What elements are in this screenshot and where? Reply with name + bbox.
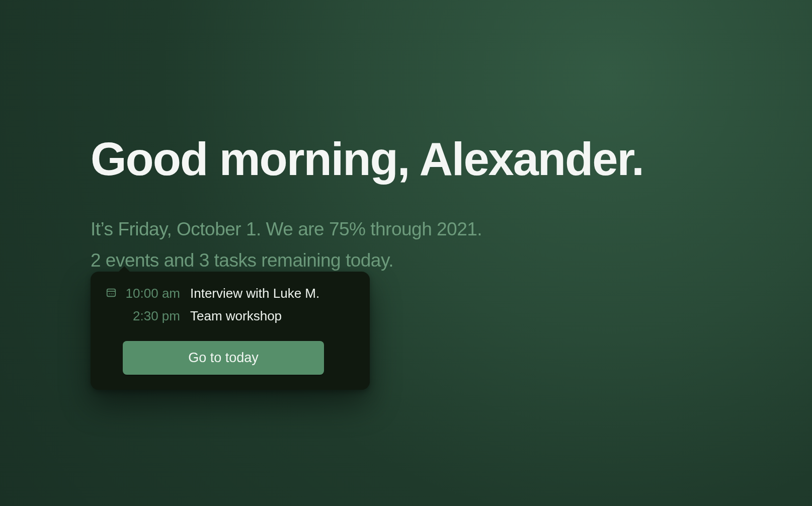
greeting-heading: Good morning, Alexander. (91, 135, 694, 184)
svg-point-4 (113, 293, 114, 294)
event-title: Team workshop (190, 308, 355, 324)
event-time: 2:30 pm (123, 308, 188, 324)
calendar-icon (106, 286, 121, 298)
event-time: 10:00 am (123, 286, 188, 301)
date-line: It’s Friday, October 1. We are 75% throu… (91, 214, 694, 245)
svg-point-3 (111, 293, 112, 294)
event-title: Interview with Luke M. (190, 286, 355, 301)
svg-rect-0 (107, 289, 116, 297)
events-popover: 10:00 am Interview with Luke M. 2:30 pm … (91, 272, 370, 390)
go-to-today-button[interactable]: Go to today (123, 341, 324, 375)
svg-point-2 (109, 293, 110, 294)
